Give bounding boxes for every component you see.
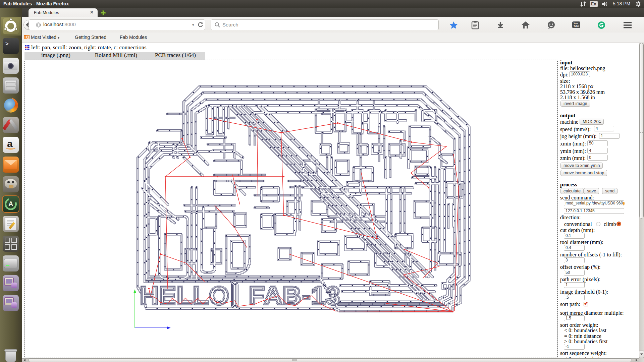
svg-text:HELLO: HELLO — [140, 281, 230, 310]
